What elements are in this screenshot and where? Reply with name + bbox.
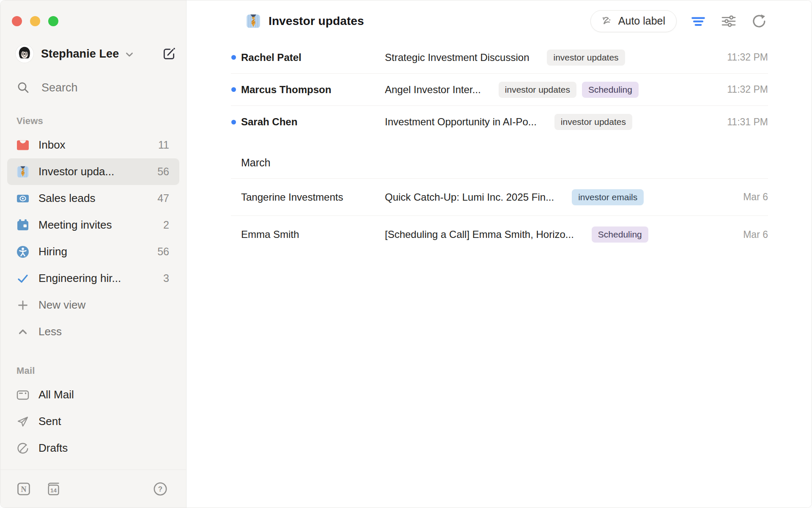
sidebar-item-label: Drafts [38, 442, 169, 455]
email-subject: Quick Catch-Up: Lumi Inc. 2025 Fin... [385, 191, 554, 203]
email-rows-march: Tangerine InvestmentsQuick Catch-Up: Lum… [231, 179, 768, 253]
account-switcher[interactable]: Stephanie Lee [16, 44, 178, 63]
sidebar-item-label: Sent [38, 415, 169, 428]
email-row-marcus-thompson[interactable]: Marcus ThompsonAngel Investor Inter...in… [231, 74, 768, 106]
minimize-window-button[interactable] [30, 16, 40, 26]
unread-dot [231, 87, 236, 92]
sidebar-item-count: 11 [158, 139, 169, 151]
check-icon [16, 272, 30, 285]
sidebar-item-drafts[interactable]: Drafts [7, 435, 179, 461]
views-section-label: Views [16, 116, 186, 127]
email-list: Rachel PatelStrategic Investment Discuss… [187, 41, 812, 253]
email-row-tangerine-investments[interactable]: Tangerine InvestmentsQuick Catch-Up: Lum… [231, 179, 768, 216]
email-sender: Tangerine Investments [241, 191, 385, 203]
accessibility-icon [16, 245, 30, 259]
zoom-window-button[interactable] [48, 16, 58, 26]
pencil-circle-icon [16, 442, 30, 455]
necktie-icon [16, 165, 30, 179]
sidebar-item-label: New view [38, 298, 164, 312]
mail-section-label: Mail [16, 365, 186, 376]
search-icon [16, 81, 30, 94]
label-chip[interactable]: Scheduling [582, 82, 639, 98]
sidebar-item-label: Investor upda... [38, 165, 152, 178]
compose-button[interactable] [161, 45, 178, 62]
label-chip[interactable]: investor updates [554, 114, 632, 130]
sidebar-item-meeting-invites[interactable]: Meeting invites2 [7, 212, 179, 238]
email-sender: Sarah Chen [241, 116, 385, 128]
email-row-emma-smith[interactable]: Emma Smith[Scheduling a Call] Emma Smith… [231, 216, 768, 253]
search-button[interactable]: Search [16, 80, 178, 95]
email-sender: Marcus Thompson [241, 84, 385, 96]
label-chip[interactable]: investor updates [499, 82, 576, 98]
email-row-rachel-patel[interactable]: Rachel PatelStrategic Investment Discuss… [231, 41, 768, 74]
email-sender: Rachel Patel [241, 52, 385, 64]
window-controls [0, 0, 186, 26]
sidebar-item-sent[interactable]: Sent [7, 408, 179, 435]
sidebar-item-sales-leads[interactable]: Sales leads47 [7, 185, 179, 212]
email-time: Mar 6 [733, 229, 768, 240]
sidebar-item-new-view[interactable]: New view [7, 292, 179, 318]
views-list: Inbox11Investor upda...56Sales leads47Me… [0, 132, 186, 345]
label-chip[interactable]: investor emails [572, 189, 644, 205]
sliders-icon[interactable] [720, 12, 738, 30]
email-subject: Investment Opportunity in AI-Po... [385, 116, 537, 128]
necktie-icon [245, 13, 261, 29]
svg-text:?: ? [158, 485, 162, 493]
sidebar-item-count: 2 [163, 219, 169, 231]
calendar-blue-icon [16, 218, 30, 232]
user-name: Stephanie Lee [41, 47, 119, 61]
unread-dot [231, 55, 236, 60]
sidebar-item-label: Hiring [38, 245, 152, 258]
view-header: Investor updates Auto label [187, 0, 812, 41]
refresh-icon[interactable] [750, 12, 768, 30]
svg-text:14: 14 [50, 487, 57, 493]
sidebar-item-label: Engineering hir... [38, 272, 158, 285]
auto-label-text: Auto label [618, 15, 665, 27]
label-chip[interactable]: Scheduling [592, 226, 648, 243]
sidebar-item-label: Sales leads [38, 192, 152, 205]
sidebar-item-inbox[interactable]: Inbox11 [7, 132, 179, 158]
sidebar-item-hiring[interactable]: Hiring56 [7, 238, 179, 265]
main-content: Investor updates Auto label Rachel Patel… [187, 0, 812, 508]
sidebar-item-less[interactable]: Less [7, 318, 179, 345]
email-time: 11:31 PM [717, 116, 768, 128]
email-subject: Strategic Investment Discussion [385, 52, 529, 64]
email-tags: Scheduling [592, 226, 648, 243]
sidebar-footer: N 14 ? [0, 469, 186, 508]
email-tags: investor updatesScheduling [499, 82, 639, 98]
email-row-sarah-chen[interactable]: Sarah ChenInvestment Opportunity in AI-P… [231, 106, 768, 138]
sidebar: Stephanie Lee Search Views Inbox11Invest… [0, 0, 187, 508]
email-rows-today: Rachel PatelStrategic Investment Discuss… [231, 41, 768, 138]
help-icon[interactable]: ? [152, 481, 168, 497]
notion-app-icon[interactable]: N [16, 481, 32, 497]
inbox-tray-icon [16, 138, 30, 152]
mail-list: All MailSentDrafts [0, 381, 186, 461]
auto-label-button[interactable]: Auto label [590, 10, 677, 32]
avatar [16, 45, 33, 63]
chevron-down-icon [123, 48, 136, 61]
sidebar-item-count: 56 [157, 166, 169, 178]
plus-icon [16, 298, 30, 312]
label-chip[interactable]: investor updates [547, 50, 625, 66]
banknote-icon [16, 192, 30, 205]
sidebar-item-all-mail[interactable]: All Mail [7, 381, 179, 408]
sidebar-item-count: 47 [157, 192, 169, 204]
month-section-label: March [231, 157, 768, 179]
notion-calendar-app-icon[interactable]: 14 [45, 481, 61, 497]
svg-text:N: N [21, 485, 27, 493]
app-window: Stephanie Lee Search Views Inbox11Invest… [0, 0, 812, 508]
sidebar-item-investor-upda[interactable]: Investor upda...56 [7, 158, 179, 185]
auto-label-icon [600, 15, 613, 28]
email-tags: investor emails [572, 189, 644, 205]
close-window-button[interactable] [12, 16, 22, 26]
sidebar-item-count: 3 [163, 272, 169, 284]
email-tags: investor updates [554, 114, 632, 130]
sidebar-item-label: Meeting invites [38, 218, 158, 232]
sidebar-item-label: Inbox [38, 138, 153, 152]
email-time: 11:32 PM [717, 52, 768, 63]
paper-plane-icon [16, 415, 30, 428]
chevron-up-icon [16, 325, 30, 339]
filter-icon[interactable] [689, 12, 707, 30]
sidebar-item-engineering-hir[interactable]: Engineering hir...3 [7, 265, 179, 292]
unread-dot [231, 120, 236, 124]
